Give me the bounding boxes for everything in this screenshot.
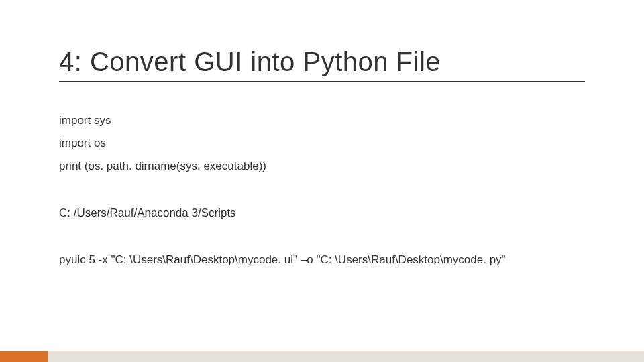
title-underline [59, 81, 585, 82]
spacer-1 [59, 182, 585, 206]
code-line-2: import os [59, 137, 585, 150]
footer-bar [0, 351, 644, 362]
code-line-5: pyuic 5 -x "C: \Users\Rauf\Desktop\mycod… [59, 253, 585, 267]
code-line-3: print (os. path. dirname(sys. executable… [59, 160, 585, 173]
code-line-1: import sys [59, 114, 585, 127]
code-line-4: C: /Users/Rauf/Anaconda 3/Scripts [59, 206, 585, 220]
spacer-2 [59, 229, 585, 253]
slide-title: 4: Convert GUI into Python File [59, 47, 585, 77]
footer-accent [0, 351, 48, 362]
slide-container: 4: Convert GUI into Python File import s… [0, 0, 644, 362]
